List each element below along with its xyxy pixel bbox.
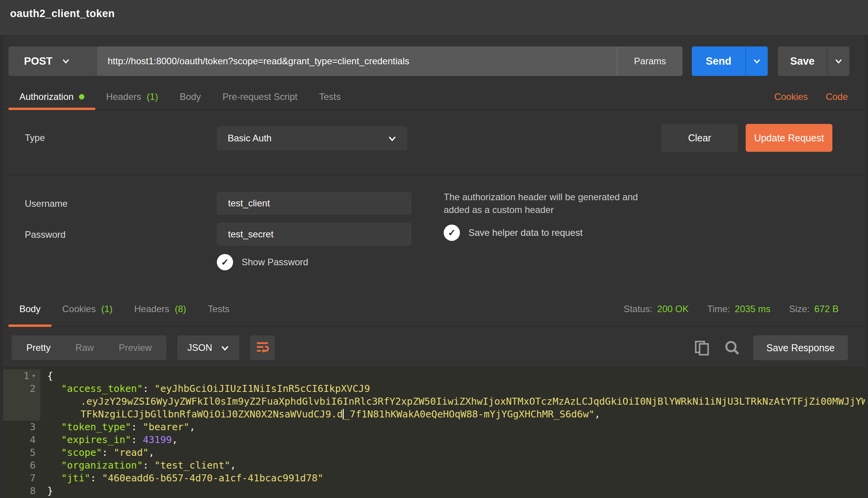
response-body-editor[interactable]: 1 ▾ { 2 "access_token": "eyJhbGciOiJIUzI… bbox=[3, 366, 865, 498]
response-tab-cookies[interactable]: Cookies (1) bbox=[51, 292, 124, 326]
response-meta: Status: 200 OK Time: 2035 ms Size: 672 B bbox=[624, 304, 839, 314]
code-line: 1 ▾ { bbox=[3, 369, 865, 382]
json-key: "expires_in" bbox=[61, 434, 131, 445]
username-input[interactable] bbox=[217, 192, 411, 215]
json-comma: , bbox=[595, 409, 600, 420]
send-options-button[interactable] bbox=[745, 46, 768, 76]
save-button[interactable]: Save bbox=[778, 46, 849, 76]
save-helper-toggle[interactable]: ✓ Save helper data to request bbox=[444, 225, 583, 241]
password-input[interactable] bbox=[217, 223, 411, 246]
wrap-text-icon bbox=[255, 339, 270, 356]
chevron-down-icon bbox=[834, 57, 843, 66]
save-label[interactable]: Save bbox=[778, 46, 827, 76]
check-icon: ✓ bbox=[444, 225, 460, 241]
code-link[interactable]: Code bbox=[826, 91, 848, 102]
response-tab-headers[interactable]: Headers (8) bbox=[124, 292, 197, 326]
section-divider bbox=[3, 175, 865, 176]
tab-headers[interactable]: Headers (1) bbox=[95, 84, 169, 109]
view-raw-tab[interactable]: Raw bbox=[63, 342, 106, 353]
json-string-value: "460eadd6-b657-4d70-a1cf-41bcac991d78" bbox=[102, 472, 323, 484]
json-comma: , bbox=[230, 460, 236, 471]
code-line: 3 "token_type": "bearer", bbox=[3, 421, 865, 433]
json-colon: : bbox=[102, 447, 113, 458]
request-bar: POST Params Send Save bbox=[9, 46, 849, 76]
size-meta: Size: 672 B bbox=[789, 304, 839, 314]
json-comma: , bbox=[189, 421, 195, 433]
code-line-wrap: TFkNzgiLCJjbGllbnRfaWQiOiJ0ZXN0X2NsaWVud… bbox=[3, 408, 865, 421]
update-request-button[interactable]: Update Request bbox=[746, 124, 832, 152]
json-colon: : bbox=[143, 460, 154, 471]
tab-tests[interactable]: Tests bbox=[308, 84, 352, 109]
json-string-value: .eyJzY29wZSI6WyJyZWFkIl0sIm9yZ2FuaXphdGl… bbox=[81, 396, 865, 407]
status-meta: Status: 200 OK bbox=[624, 304, 689, 314]
json-key: "jti" bbox=[61, 472, 90, 484]
line-number: 2 bbox=[30, 382, 36, 395]
time-label: Time: bbox=[707, 304, 730, 314]
cookies-link[interactable]: Cookies bbox=[774, 91, 808, 102]
response-format-dropdown[interactable]: JSON bbox=[177, 335, 239, 360]
json-colon: : bbox=[90, 472, 102, 484]
response-tab-cookies-label: Cookies bbox=[62, 304, 96, 314]
fold-caret-icon[interactable]: ▾ bbox=[32, 369, 36, 382]
save-options-button[interactable] bbox=[827, 46, 849, 76]
response-tab-tests[interactable]: Tests bbox=[197, 292, 240, 326]
json-comma: , bbox=[172, 434, 178, 445]
response-tab-body[interactable]: Body bbox=[9, 292, 51, 326]
auth-configured-dot bbox=[79, 94, 84, 100]
tab-headers-label: Headers bbox=[106, 91, 141, 102]
cookies-count-badge: (1) bbox=[101, 304, 112, 314]
view-pretty-tab[interactable]: Pretty bbox=[14, 342, 63, 353]
method-dropdown[interactable]: POST bbox=[9, 46, 96, 76]
code-line: 4 "expires_in": 43199, bbox=[3, 433, 865, 446]
auth-helper-note: The authorization header will be generat… bbox=[444, 191, 638, 216]
json-string-value: TFkNzgiLCJjbGllbnRfaWQiOiJ0ZXN0X2NsaWVud… bbox=[81, 409, 343, 420]
tab-prerequest-script[interactable]: Pre-request Script bbox=[212, 84, 308, 109]
code-line: 8 } bbox=[3, 484, 865, 497]
response-format-value: JSON bbox=[187, 342, 212, 353]
response-tab-headers-label: Headers bbox=[134, 304, 170, 314]
status-label: Status: bbox=[624, 304, 653, 314]
line-gutter bbox=[3, 395, 40, 408]
search-response-button[interactable] bbox=[724, 339, 741, 356]
auth-helper-note-line2: added as a custom header bbox=[444, 203, 638, 216]
tab-body-label: Body bbox=[180, 91, 201, 102]
auth-type-value: Basic Auth bbox=[228, 133, 271, 144]
tab-prerequest-label: Pre-request Script bbox=[223, 91, 297, 102]
json-string-value: "eyJhbGciOiJIUzI1NiIsInR5cCI6IkpXVCJ9 bbox=[154, 383, 370, 394]
view-preview-tab[interactable]: Preview bbox=[106, 342, 164, 353]
time-value: 2035 ms bbox=[735, 304, 770, 314]
save-response-button[interactable]: Save Response bbox=[753, 335, 848, 360]
response-tabs: Body Cookies (1) Headers (8) Tests Statu… bbox=[3, 292, 865, 327]
code-line: 2 "access_token": "eyJhbGciOiJIUzI1NiIsI… bbox=[3, 382, 865, 395]
auth-type-dropdown[interactable]: Basic Auth bbox=[217, 126, 407, 150]
active-tab-underline bbox=[9, 325, 51, 327]
response-headers-count-badge: (8) bbox=[175, 304, 186, 314]
response-toolbar: Pretty Raw Preview JSON bbox=[12, 335, 848, 360]
line-number: 4 bbox=[30, 433, 36, 446]
chevron-down-icon bbox=[220, 343, 229, 352]
tab-authorization[interactable]: Authorization bbox=[9, 84, 95, 109]
time-meta: Time: 2035 ms bbox=[707, 304, 770, 314]
show-password-toggle[interactable]: ✓ Show Password bbox=[217, 254, 308, 270]
line-gutter: 5 bbox=[3, 446, 40, 459]
clear-button[interactable]: Clear bbox=[661, 124, 738, 152]
params-label: Params bbox=[634, 56, 666, 67]
params-button[interactable]: Params bbox=[617, 46, 683, 76]
url-input[interactable] bbox=[96, 46, 617, 76]
method-label: POST bbox=[24, 55, 53, 67]
line-number: 1 bbox=[24, 369, 29, 382]
size-value: 672 B bbox=[814, 304, 839, 314]
save-helper-label: Save helper data to request bbox=[468, 227, 583, 238]
line-gutter: 4 bbox=[3, 433, 40, 446]
send-button[interactable]: Send bbox=[692, 46, 768, 76]
line-gutter bbox=[3, 408, 40, 421]
request-tabs: Authorization Headers (1) Body Pre-reque… bbox=[3, 84, 865, 110]
code-line: 7 "jti": "460eadd6-b657-4d70-a1cf-41bcac… bbox=[3, 472, 865, 484]
response-tab-body-label: Body bbox=[19, 304, 41, 314]
wrap-text-button[interactable] bbox=[250, 335, 275, 360]
response-view-group: Pretty Raw Preview bbox=[12, 335, 166, 360]
copy-response-button[interactable] bbox=[693, 339, 710, 356]
send-label[interactable]: Send bbox=[692, 46, 745, 76]
tab-body[interactable]: Body bbox=[169, 84, 212, 109]
type-label: Type bbox=[25, 132, 45, 143]
